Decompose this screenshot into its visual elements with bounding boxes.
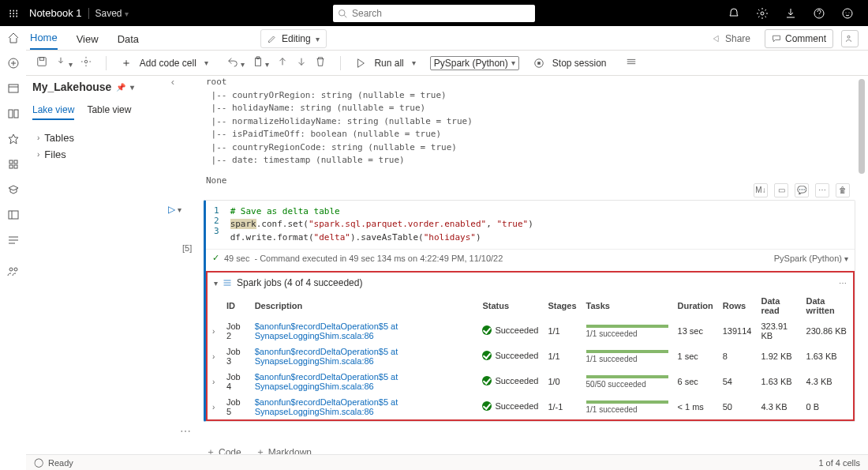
deploy-icon[interactable] [6, 157, 21, 171]
expand-row-icon[interactable]: › [212, 327, 215, 336]
spark-collapse-icon[interactable]: ▾ [214, 279, 218, 288]
pencil-icon [268, 34, 277, 43]
svg-point-2 [761, 12, 764, 15]
people-rail-icon[interactable] [6, 265, 21, 279]
svg-point-10 [84, 60, 88, 63]
stop-session-button[interactable]: Stop session [529, 58, 612, 69]
left-icon-rail [0, 26, 26, 470]
cell-language-label[interactable]: PySpark (Python) ▾ [774, 254, 848, 263]
svg-point-6 [849, 12, 850, 13]
svg-rect-18 [14, 110, 18, 118]
markdown-toggle-icon[interactable]: M↓ [754, 183, 768, 197]
cell-handle-icon[interactable]: ⋯ [180, 425, 855, 438]
tree-node-tables[interactable]: ›Tables [32, 130, 154, 146]
top-bar: ⁝⁝⁝ Notebook 1 Saved ▾ Search [0, 0, 868, 26]
settings-gear-icon[interactable] [80, 56, 92, 70]
tab-lakeview[interactable]: Lake view [32, 104, 74, 120]
svg-rect-14 [537, 62, 541, 65]
add-code-cell-button[interactable]: ＋Add code cell▾ [116, 56, 213, 70]
tab-home[interactable]: Home [30, 32, 58, 50]
scrollbar[interactable] [859, 79, 865, 174]
line-numbers: 123 [206, 201, 227, 250]
save-icon[interactable] [36, 56, 47, 70]
status-bar: ◯ Ready 1 of 4 cells [26, 454, 868, 470]
delete-icon[interactable] [315, 56, 326, 70]
tab-view[interactable]: View [77, 33, 99, 50]
export-icon[interactable]: ▾ [55, 56, 73, 70]
run-cell-dropdown-icon[interactable]: ▾ [178, 205, 181, 214]
search-placeholder: Search [352, 8, 382, 19]
spark-job-row[interactable]: ›Job 2$anonfun$recordDeltaOperation$5 at… [208, 318, 853, 344]
onelake-icon[interactable] [6, 107, 21, 121]
svg-rect-11 [255, 58, 260, 66]
add-markdown-button[interactable]: ＋ Markdown [256, 446, 312, 454]
cell-more-icon[interactable]: ⋯ [815, 183, 829, 197]
language-selector[interactable]: PySpark (Python)▾ [430, 56, 519, 70]
people-icon [845, 34, 855, 43]
download-icon[interactable] [784, 7, 797, 20]
expand-row-icon[interactable]: › [212, 378, 215, 386]
svg-rect-19 [9, 160, 13, 164]
apps-icon[interactable] [6, 132, 21, 146]
paste-icon[interactable]: ▾ [253, 56, 270, 70]
tree-node-files[interactable]: ›Files [32, 146, 154, 163]
cell-status-bar: ✓ 49 sec - Command executed in 49 sec 13… [206, 249, 855, 266]
create-icon[interactable] [6, 56, 21, 70]
move-up-icon[interactable] [277, 56, 288, 70]
save-status: Saved ▾ [88, 8, 129, 19]
spark-job-row[interactable]: ›Job 4$anonfun$recordDeltaOperation$5 at… [208, 369, 853, 394]
spark-jobs-table: ID Description Status Stages Tasks Durat… [208, 293, 853, 419]
recent-icon[interactable] [6, 233, 21, 247]
share-button[interactable]: Share [705, 29, 757, 48]
comment-button[interactable]: Comment [765, 29, 833, 48]
notebook-toolbar: ▾ ＋Add code cell▾ ▾ ▾ Run all▾ PySpark (… [0, 51, 868, 76]
run-all-button[interactable]: Run all▾ [350, 58, 420, 69]
spark-more-icon[interactable]: ⋯ [839, 279, 847, 288]
feedback-icon[interactable] [841, 7, 854, 20]
help-icon[interactable] [813, 7, 825, 20]
notebook-title[interactable]: Notebook 1 [29, 7, 82, 19]
svg-point-7 [847, 36, 850, 38]
share-people-button[interactable] [841, 30, 859, 47]
app-launcher-icon[interactable]: ⁝⁝⁝ [0, 7, 26, 20]
svg-rect-17 [9, 110, 13, 118]
spark-job-row[interactable]: ›Job 5$anonfun$recordDeltaOperation$5 at… [208, 394, 853, 419]
spark-job-row[interactable]: ›Job 3$anonfun$recordDeltaOperation$5 at… [208, 344, 853, 369]
lakehouse-title[interactable]: My_Lakehouse [32, 81, 111, 93]
cell-count-label: 1 of 4 cells [818, 458, 860, 468]
lakehouse-dropdown-icon[interactable]: ▾ [130, 83, 134, 92]
stop-icon [533, 58, 544, 69]
settings-icon[interactable] [756, 7, 769, 20]
browse-icon[interactable] [6, 81, 21, 96]
home-icon[interactable] [6, 31, 21, 45]
ribbon: Home View Data Editing▾ Share Comment [0, 26, 868, 51]
search-input[interactable]: Search [333, 5, 535, 22]
expand-row-icon[interactable]: › [212, 403, 215, 412]
spark-icon [223, 278, 232, 288]
variables-icon[interactable] [626, 56, 637, 70]
cell-comment-icon[interactable]: 💬 [795, 183, 809, 197]
expand-row-icon[interactable]: › [212, 352, 215, 361]
code-content[interactable]: # Save as delta table spark.conf.set("sp… [227, 201, 537, 250]
tab-data[interactable]: Data [118, 33, 139, 50]
editing-mode-button[interactable]: Editing▾ [260, 29, 327, 48]
search-icon [338, 9, 347, 18]
pin-icon[interactable]: 📌 [116, 83, 125, 92]
code-cell[interactable]: M↓ ▭ 💬 ⋯ 🗑 123 # Save as delta table spa… [204, 200, 855, 423]
svg-rect-9 [39, 58, 43, 61]
svg-rect-22 [14, 165, 17, 168]
notifications-icon[interactable] [728, 7, 740, 20]
cell-output-icon[interactable]: ▭ [774, 183, 788, 197]
spark-jobs-panel: ▾ Spark jobs (4 of 4 succeeded) ⋯ ID Des… [206, 271, 855, 421]
learn-icon[interactable] [6, 182, 21, 197]
run-cell-icon[interactable]: ▷ [168, 204, 175, 215]
move-down-icon[interactable] [296, 56, 307, 70]
cell-delete-icon[interactable]: 🗑 [836, 183, 850, 197]
svg-line-1 [344, 15, 346, 17]
tab-tableview[interactable]: Table view [87, 104, 131, 120]
workspace-icon[interactable] [6, 208, 21, 222]
comment-icon [772, 34, 781, 43]
add-code-button[interactable]: ＋ Code [206, 446, 241, 454]
svg-rect-8 [38, 58, 47, 66]
undo-icon[interactable]: ▾ [227, 56, 245, 70]
